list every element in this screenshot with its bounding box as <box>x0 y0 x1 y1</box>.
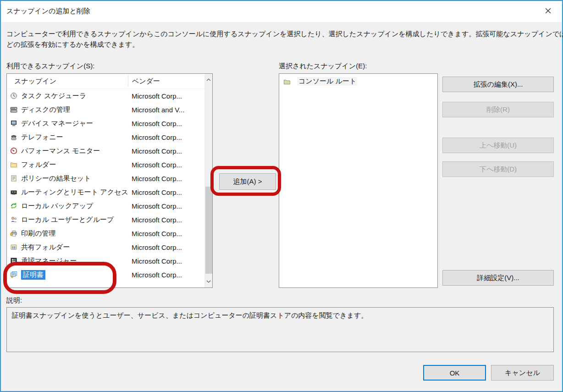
snapin-vendor: Microsoft Corp... <box>132 92 182 100</box>
list-item-task-scheduler[interactable]: タスク スケジューラ Microsoft Corp... <box>7 89 204 103</box>
snapin-name: テレフォニー <box>21 133 63 142</box>
list-item-disk-management[interactable]: ディスクの管理 Microsoft and V... <box>7 103 204 116</box>
move-down-button: 下へ移動(D) <box>442 161 554 177</box>
snapin-vendor: Microsoft Corp... <box>132 257 182 265</box>
dialog-description-line1: コンピューターで利用できるスナップインからこのコンソールに使用するスナップインを… <box>6 28 563 39</box>
performance-gauge-icon <box>10 147 18 155</box>
title-bar[interactable]: スナップインの追加と削除 <box>1 1 562 22</box>
dialog-title: スナップインの追加と削除 <box>6 7 90 16</box>
snapin-name: フォルダー <box>21 160 56 169</box>
list-item-performance-monitor[interactable]: パフォーマンス モニター Microsoft Corp... <box>7 144 204 158</box>
column-header-snapin[interactable]: スナップイン <box>14 77 56 86</box>
snapin-vendor: Microsoft Corp... <box>132 147 182 155</box>
list-item-authorization-manager[interactable]: 承認マネージャー Microsoft Corp... <box>7 254 204 268</box>
list-item-console-root[interactable]: コンソール ルート <box>279 74 437 89</box>
snapin-name: ディスクの管理 <box>21 105 70 114</box>
scrollbar-thumb[interactable] <box>205 187 212 274</box>
routing-icon <box>10 188 18 196</box>
snapin-name: 承認マネージャー <box>21 257 77 265</box>
snapin-vendor: Microsoft Corp... <box>132 271 182 279</box>
snapin-vendor: Microsoft Corp... <box>132 120 182 127</box>
list-item-shared-folders[interactable]: 共有フォルダー Microsoft Corp... <box>7 240 204 254</box>
dialog-description-line2: どの拡張を有効にするかを構成できます。 <box>6 39 563 50</box>
snapin-name: ポリシーの結果セット <box>21 174 91 183</box>
snapin-name: デバイス マネージャー <box>21 119 93 128</box>
list-item-device-manager[interactable]: デバイス マネージャー Microsoft Corp... <box>7 116 204 130</box>
list-item-local-backup[interactable]: ローカル バックアップ Microsoft Corp... <box>7 199 204 213</box>
available-snapins-list[interactable]: スナップイン ベンダー タスク スケジューラ Microsoft Corp...… <box>6 73 213 288</box>
close-button[interactable] <box>541 5 555 18</box>
column-divider <box>128 75 128 87</box>
console-folder-icon <box>283 78 292 85</box>
edit-extensions-button[interactable]: 拡張の編集(X)... <box>442 77 554 92</box>
snapin-vendor: Microsoft Corp... <box>132 133 182 141</box>
available-snapins-label: 利用できるスナップイン(S): <box>6 62 94 71</box>
remove-button: 削除(R) <box>442 102 554 117</box>
description-text: 証明書スナップインを使うとユーザー、サービス、またはコンピューターの証明書ストア… <box>12 311 548 320</box>
snapin-vendor: Microsoft Corp... <box>132 243 182 251</box>
left-list-scrollbar[interactable] <box>204 74 212 287</box>
list-item-telephony[interactable]: テレフォニー Microsoft Corp... <box>7 130 204 144</box>
close-icon <box>545 7 552 16</box>
list-item-folder[interactable]: フォルダー Microsoft Corp... <box>7 158 204 171</box>
list-header: スナップイン ベンダー <box>7 74 212 89</box>
folder-icon <box>10 161 18 168</box>
advanced-button[interactable]: 詳細設定(V)... <box>442 270 554 286</box>
scroll-up-arrow[interactable] <box>205 74 212 86</box>
ok-button[interactable]: OK <box>423 365 486 381</box>
policy-scroll-icon <box>10 175 18 182</box>
shared-folder-icon <box>10 243 18 251</box>
snapin-vendor: Microsoft Corp... <box>132 202 182 210</box>
snapin-name: タスク スケジューラ <box>21 92 86 100</box>
disk-icon <box>10 106 18 113</box>
snapin-vendor: Microsoft and V... <box>132 106 184 114</box>
selected-snapins-label: 選択されたスナップイン(E): <box>279 62 367 71</box>
list-item-print-management[interactable]: 印刷の管理 Microsoft Corp... <box>7 226 204 240</box>
description-label: 説明: <box>6 296 22 305</box>
telephone-icon <box>10 133 18 141</box>
cancel-button[interactable]: キャンセル <box>491 365 554 381</box>
backup-arrows-icon <box>10 202 18 210</box>
snapin-name: 印刷の管理 <box>21 229 55 238</box>
authorization-icon <box>10 257 18 265</box>
scroll-down-arrow[interactable] <box>205 276 212 287</box>
clock-icon <box>10 92 18 99</box>
snapin-vendor: Microsoft Corp... <box>132 216 182 224</box>
dialog-description: コンピューターで利用できるスナップインからこのコンソールに使用するスナップインを… <box>6 28 563 50</box>
add-button[interactable]: 追加(A) > <box>219 173 276 190</box>
device-manager-icon <box>10 120 18 127</box>
snapin-name: ルーティングとリモート アクセス <box>21 188 128 197</box>
list-rows: タスク スケジューラ Microsoft Corp... ディスクの管理 Mic… <box>7 89 204 282</box>
users-icon <box>10 216 18 223</box>
snapin-name-selected: 証明書 <box>21 270 45 280</box>
snapin-name: パフォーマンス モニター <box>21 147 100 155</box>
snapin-vendor: Microsoft Corp... <box>132 230 182 237</box>
column-header-vendor[interactable]: ベンダー <box>132 77 160 86</box>
snapin-name: ローカル バックアップ <box>21 202 93 210</box>
printer-icon <box>10 230 18 237</box>
snapin-name: 共有フォルダー <box>21 243 70 252</box>
list-item-local-users-groups[interactable]: ローカル ユーザーとグループ Microsoft Corp... <box>7 213 204 226</box>
move-up-button: 上へ移動(U) <box>442 138 554 153</box>
add-remove-snapins-dialog: スナップインの追加と削除 コンピューターで利用できるスナップインからこのコンソー… <box>0 0 563 392</box>
snapin-name: ローカル ユーザーとグループ <box>21 215 114 224</box>
description-box: 証明書スナップインを使うとユーザー、サービス、またはコンピューターの証明書ストア… <box>6 307 554 352</box>
list-item-resultant-set-of-policy[interactable]: ポリシーの結果セット Microsoft Corp... <box>7 171 204 185</box>
snapin-vendor: Microsoft Corp... <box>132 175 182 182</box>
snapin-vendor: Microsoft Corp... <box>132 161 182 169</box>
console-root-label: コンソール ルート <box>298 77 357 86</box>
selected-snapins-list[interactable]: コンソール ルート <box>279 73 438 288</box>
snapin-vendor: Microsoft Corp... <box>132 188 182 196</box>
list-item-routing-remote-access[interactable]: ルーティングとリモート アクセス Microsoft Corp... <box>7 185 204 199</box>
certificate-icon <box>10 271 18 278</box>
list-item-certificates[interactable]: 証明書 Microsoft Corp... <box>7 268 204 282</box>
